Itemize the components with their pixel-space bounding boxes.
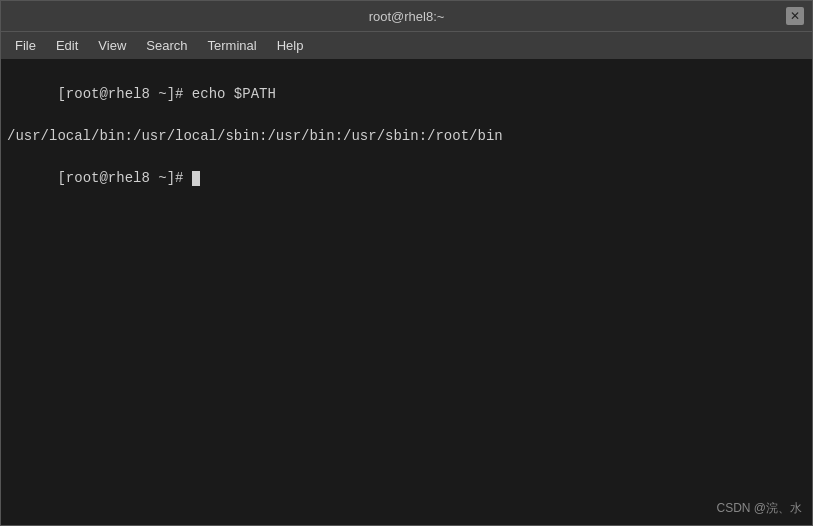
- menu-terminal[interactable]: Terminal: [198, 36, 267, 55]
- menu-edit[interactable]: Edit: [46, 36, 88, 55]
- terminal-cursor: [192, 171, 200, 186]
- command-1: echo $PATH: [192, 86, 276, 102]
- menu-view[interactable]: View: [88, 36, 136, 55]
- watermark: CSDN @浣、水: [716, 499, 802, 517]
- close-button[interactable]: ✕: [786, 7, 804, 25]
- prompt-2: [root@rhel8 ~]#: [57, 170, 191, 186]
- terminal-window: root@rhel8:~ ✕ File Edit View Search Ter…: [0, 0, 813, 526]
- terminal-line-2: [root@rhel8 ~]#: [7, 147, 806, 210]
- terminal-body[interactable]: [root@rhel8 ~]# echo $PATH /usr/local/bi…: [1, 59, 812, 525]
- prompt-1: [root@rhel8 ~]#: [57, 86, 191, 102]
- window-title: root@rhel8:~: [369, 9, 445, 24]
- menu-search[interactable]: Search: [136, 36, 197, 55]
- menu-help[interactable]: Help: [267, 36, 314, 55]
- menu-file[interactable]: File: [5, 36, 46, 55]
- menu-bar: File Edit View Search Terminal Help: [1, 31, 812, 59]
- title-bar: root@rhel8:~ ✕: [1, 1, 812, 31]
- terminal-line-1: [root@rhel8 ~]# echo $PATH: [7, 63, 806, 126]
- terminal-output-1: /usr/local/bin:/usr/local/sbin:/usr/bin:…: [7, 126, 806, 147]
